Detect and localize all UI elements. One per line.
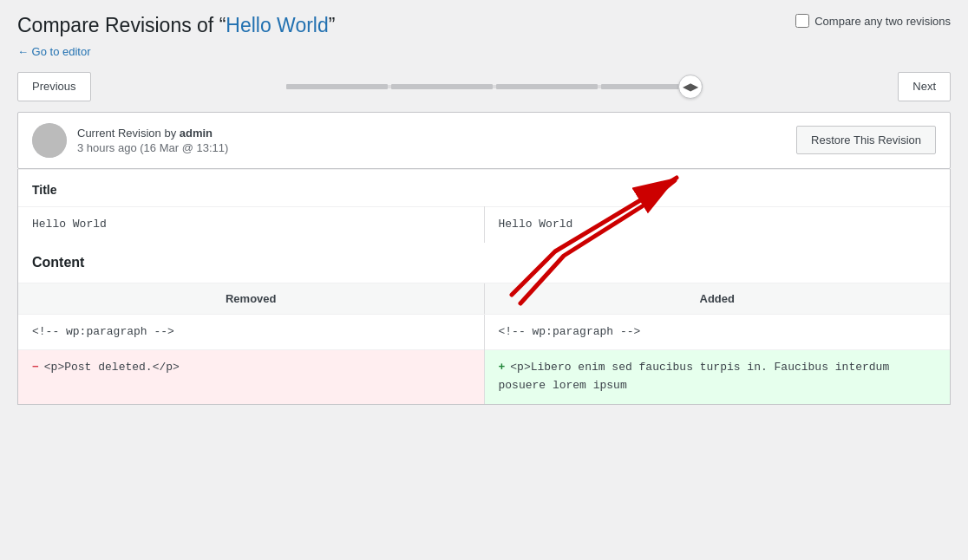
back-to-editor-link[interactable]: ← Go to editor [17, 45, 91, 58]
diff-title-section-label: Title [18, 169, 950, 206]
diff-title-table: Title Hello World Hello World [18, 169, 950, 243]
diff-content-header-row: Removed Added [18, 283, 950, 315]
revision-info-bar: Current Revision by admin 3 hours ago (1… [17, 112, 951, 169]
slider-segment-2 [391, 84, 493, 89]
removed-column-header: Removed [18, 283, 484, 315]
diff-container: Title Hello World Hello World Content Re… [17, 169, 951, 406]
added-column-header: Added [484, 283, 950, 315]
slider-segments [286, 84, 703, 89]
previous-button[interactable]: Previous [17, 72, 91, 101]
diff-content-new-line2: +<p>Libero enim sed faucibus turpis in. … [484, 350, 950, 404]
slider-segment-3 [496, 84, 598, 89]
revision-slider-container: ◀▶ [91, 85, 899, 88]
diff-content-section-label: Content [18, 243, 950, 283]
diff-content-row-1: <!-- wp:paragraph --> <!-- wp:paragraph … [18, 314, 950, 350]
diff-content-table: Removed Added <!-- wp:paragraph --> <!--… [18, 283, 950, 404]
restore-revision-button[interactable]: Restore This Revision [796, 126, 936, 154]
removed-text: <p>Post deleted.</p> [44, 361, 180, 374]
revision-slider-track: ◀▶ [286, 85, 703, 88]
revision-nav-bar: Previous ◀▶ Next [17, 72, 951, 101]
diff-title-old: Hello World [18, 206, 484, 242]
avatar [32, 123, 67, 158]
revision-author: admin [180, 127, 213, 140]
diff-content-new-line1: <!-- wp:paragraph --> [484, 314, 950, 350]
revision-author-area: Current Revision by admin 3 hours ago (1… [32, 123, 228, 158]
diff-content-old-line1: <!-- wp:paragraph --> [18, 314, 484, 350]
added-text: <p>Libero enim sed faucibus turpis in. F… [499, 361, 890, 392]
diff-title-content-row: Hello World Hello World [18, 206, 950, 242]
page-header: Compare Revisions of “Hello World” ← Go … [17, 14, 951, 72]
revision-meta: Current Revision by admin 3 hours ago (1… [77, 127, 228, 154]
next-button[interactable]: Next [898, 72, 951, 101]
diff-content-old-line2: −<p>Post deleted.</p> [18, 350, 484, 404]
diff-section-title-row: Title [18, 169, 950, 206]
revision-label: Current Revision by admin [77, 127, 228, 140]
revision-time: 3 hours ago (16 Mar @ 13:11) [77, 141, 228, 154]
diff-minus-icon: − [32, 361, 39, 374]
diff-title-new: Hello World [484, 206, 950, 242]
slider-handle[interactable]: ◀▶ [678, 75, 703, 99]
page-title: Compare Revisions of “Hello World” [17, 14, 951, 37]
diff-content-row-2: −<p>Post deleted.</p> +<p>Libero enim se… [18, 350, 950, 404]
slider-segment-1 [286, 84, 388, 89]
diff-plus-icon: + [499, 361, 506, 374]
post-title-link[interactable]: Hello World [226, 14, 328, 36]
avatar-image [32, 123, 67, 158]
